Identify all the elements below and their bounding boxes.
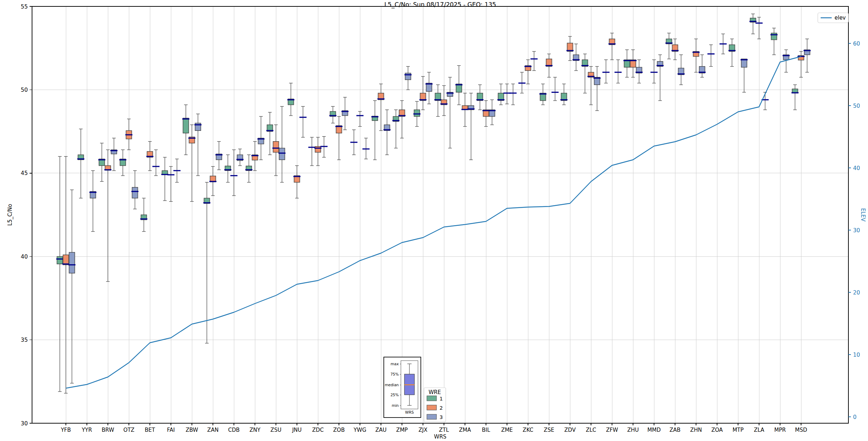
wre-legend-label-2: 2 — [439, 405, 443, 411]
x-tick-label-BET: BET — [145, 427, 156, 433]
wre-legend-label-3: 3 — [439, 414, 443, 420]
wre-legend-swatch-3 — [427, 414, 436, 419]
x-tick-label-ZFW: ZFW — [606, 427, 618, 433]
right-y-axis-label: ELEV — [860, 208, 866, 222]
y-tick-label-right-0: 0 — [853, 414, 857, 420]
y-tick-label-left-55: 55 — [21, 4, 28, 10]
y-tick-label-right-60: 60 — [853, 41, 860, 47]
box-YFB-wre1 — [57, 256, 63, 264]
box-MPR-wre1 — [771, 33, 777, 40]
x-tick-label-ZOB: ZOB — [333, 427, 345, 433]
x-tick-label-YYR: YYR — [82, 427, 92, 433]
x-tick-label-ZMA: ZMA — [459, 427, 471, 433]
x-tick-label-YWG: YWG — [353, 427, 366, 433]
x-tick-label-ZKC: ZKC — [523, 427, 533, 433]
x-tick-label-MPR: MPR — [774, 427, 786, 433]
box-ZDC-wre2 — [315, 147, 321, 152]
x-tick-label-ZAU: ZAU — [375, 427, 387, 433]
box-OTZ-wre3 — [132, 187, 138, 198]
x-tick-label-MSD: MSD — [795, 427, 807, 433]
x-tick-label-ZLA: ZLA — [754, 427, 764, 433]
x-tick-label-ZJX: ZJX — [419, 427, 428, 433]
x-tick-label-YFB: YFB — [61, 427, 71, 433]
inset-label-max: max — [391, 362, 399, 366]
inset-xlabel: WRS — [405, 410, 414, 414]
x-tick-label-FAI: FAI — [167, 427, 175, 433]
wre-legend-swatch-2 — [427, 405, 436, 410]
y-tick-label-left-50: 50 — [21, 87, 28, 93]
y-tick-label-left-35: 35 — [21, 337, 28, 343]
x-tick-label-ZNY: ZNY — [250, 427, 261, 433]
x-tick-label-CDB: CDB — [228, 427, 240, 433]
y-tick-label-right-10: 10 — [853, 352, 860, 358]
x-tick-label-ZBW: ZBW — [186, 427, 198, 433]
x-tick-label-ZLC: ZLC — [586, 427, 596, 433]
box-ZSU-wre3 — [279, 148, 285, 160]
x-tick-label-JNU: JNU — [292, 427, 302, 433]
chart-figure: 3035404550550102030405060YFBYYRBRWOTZBET… — [0, 0, 868, 441]
box-ZBW-wre1 — [183, 118, 189, 133]
inset-label-75%: 75% — [391, 372, 399, 376]
x-tick-label-ZAN: ZAN — [207, 427, 219, 433]
wre-legend-swatch-1 — [427, 396, 436, 401]
y-tick-label-right-30: 30 — [853, 227, 860, 234]
x-tick-label-ZDV: ZDV — [564, 427, 576, 433]
y-tick-label-left-45: 45 — [21, 170, 28, 176]
x-tick-label-ZMP: ZMP — [396, 427, 408, 433]
wre-legend-label-1: 1 — [439, 396, 443, 402]
x-tick-label-ZOA: ZOA — [711, 427, 723, 433]
x-tick-label-ZHN: ZHN — [690, 427, 702, 433]
boxplot-inset-legend — [384, 357, 421, 418]
y-tick-label-right-20: 20 — [853, 289, 860, 296]
x-tick-label-ZTL: ZTL — [439, 427, 449, 433]
elev-legend-label: elev — [835, 15, 846, 21]
x-tick-label-BIL: BIL — [482, 427, 490, 433]
chart-title: L5_C/No: Sun 08/17/2025 - GEO: 135 — [32, 1, 848, 8]
x-tick-label-BRW: BRW — [102, 427, 114, 433]
x-tick-label-ZSE: ZSE — [544, 427, 554, 433]
x-tick-label-ZAB: ZAB — [670, 427, 681, 433]
x-tick-label-ZME: ZME — [501, 427, 513, 433]
boxplot-canvas: 3035404550550102030405060YFBYYRBRWOTZBET… — [0, 0, 868, 441]
box-YFB-wre2 — [63, 255, 69, 265]
x-tick-label-MMD: MMD — [647, 427, 660, 433]
x-tick-label-MTP: MTP — [732, 427, 743, 433]
wre-legend-title: WRE — [429, 389, 441, 395]
inset-label-median: median — [385, 383, 399, 387]
box-ZSU-wre2 — [273, 142, 279, 152]
box-YFB-wre3 — [69, 252, 75, 273]
x-tick-label-ZDC: ZDC — [312, 427, 324, 433]
x-tick-label-OTZ: OTZ — [123, 427, 134, 433]
x-axis-label: WRS — [32, 434, 848, 440]
inset-label-min: min — [392, 403, 399, 408]
y-tick-label-right-40: 40 — [853, 165, 860, 171]
x-tick-label-ZHU: ZHU — [627, 427, 639, 433]
plot-area — [32, 6, 848, 423]
y-tick-label-left-30: 30 — [21, 420, 28, 427]
y-tick-label-left-40: 40 — [21, 254, 28, 260]
left-y-axis-label: L5_C/No — [7, 204, 13, 225]
inset-label-25%: 25% — [391, 393, 399, 397]
y-tick-label-right-50: 50 — [853, 103, 860, 109]
x-tick-label-ZSU: ZSU — [271, 427, 282, 433]
box-ZJX-wre1 — [414, 110, 420, 117]
box-ZMP-wre3 — [405, 73, 411, 80]
